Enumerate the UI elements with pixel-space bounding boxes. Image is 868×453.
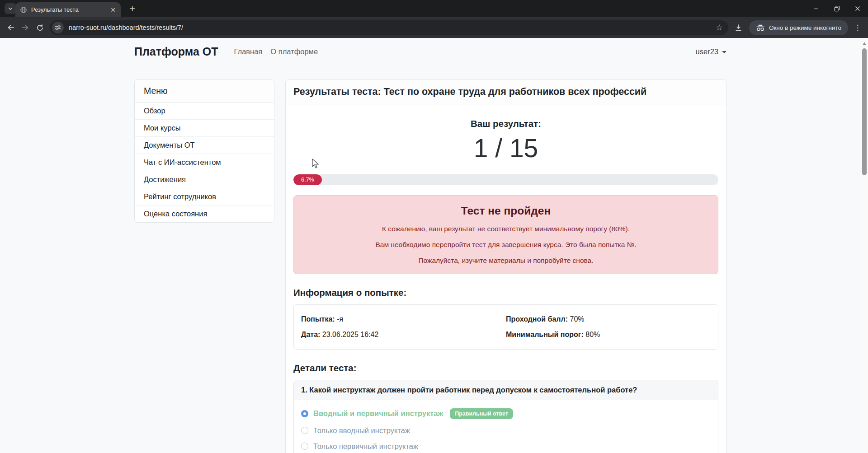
page-viewport: Платформа ОТ Главная О платформе user23 …: [0, 38, 868, 453]
browser-tab[interactable]: Результаты теста ✕: [15, 2, 121, 17]
results-card: Результаты теста: Тест по охране труда д…: [285, 79, 726, 453]
incognito-label: Окно в режиме инкогнито: [769, 24, 841, 31]
nav-link-about[interactable]: О платформе: [266, 44, 322, 60]
tune-icon: [55, 25, 61, 30]
answer-option: Вводный и первичный инструктаж Правильны…: [301, 408, 711, 419]
restore-button[interactable]: [826, 0, 847, 17]
new-tab-button[interactable]: +: [127, 3, 138, 14]
forward-button[interactable]: [18, 20, 33, 35]
brand-link[interactable]: Платформа ОТ: [134, 45, 218, 58]
incognito-badge[interactable]: Окно в режиме инкогнито: [749, 20, 848, 35]
tab-close-icon[interactable]: ✕: [109, 6, 117, 14]
attempt-info-heading: Информация о попытке:: [293, 287, 718, 298]
attempt-field: Минимальный порог: 80%: [506, 331, 711, 339]
score-value: 1 / 15: [293, 134, 718, 163]
tab-title: Результаты теста: [31, 6, 109, 13]
page-scrollbar[interactable]: [861, 38, 868, 453]
progress-fill: 6.7%: [293, 174, 322, 185]
back-button[interactable]: [4, 20, 18, 35]
globe-favicon-icon: [20, 6, 27, 14]
address-bar[interactable]: narro-suot.ru/dashboard/tests/results/7/…: [50, 20, 728, 35]
nav-link-home[interactable]: Главная: [230, 44, 267, 60]
reload-icon: [36, 24, 44, 32]
sidebar-menu: Меню Обзор Мои курсы Документы ОТ Чат с …: [134, 79, 274, 223]
incognito-icon: [756, 24, 765, 31]
chevron-down-icon: [722, 51, 726, 53]
alert-line: К сожалению, ваш результат не соответств…: [305, 225, 707, 233]
test-details-heading: Детали теста:: [293, 363, 718, 374]
chevron-down-icon: [8, 7, 13, 10]
sidebar-item-my-courses[interactable]: Мои курсы: [135, 119, 274, 136]
radio-unselected[interactable]: [301, 443, 308, 450]
scrollbar-up-arrow-icon[interactable]: [863, 42, 866, 45]
alert-line: Пожалуйста, изучите материалы и попробуй…: [305, 257, 707, 265]
score-label: Ваш результат:: [293, 118, 718, 129]
browser-menu-button[interactable]: ⋮: [851, 20, 864, 35]
sidebar-item-ai-chat[interactable]: Чат с ИИ-ассистентом: [135, 154, 274, 171]
browser-window: Результаты теста ✕ +: [0, 0, 868, 453]
attempt-info-card: Попытка: -я Проходной балл: 70% Дата: 23…: [293, 304, 718, 350]
sidebar-item-documents[interactable]: Документы ОТ: [135, 136, 274, 154]
restore-icon: [834, 6, 840, 12]
close-icon: [855, 6, 860, 11]
page-title: Результаты теста: Тест по охране труда д…: [286, 80, 726, 104]
close-window-button[interactable]: [847, 0, 868, 17]
progress-bar: 6.7%: [293, 174, 718, 185]
radio-unselected[interactable]: [301, 427, 308, 434]
username: user23: [696, 47, 718, 56]
sidebar-item-state-assessment[interactable]: Оценка состояния: [135, 205, 274, 222]
minimize-icon: [813, 6, 819, 11]
attempt-field: Проходной балл: 70%: [506, 315, 711, 323]
site-controls-button[interactable]: [52, 22, 64, 33]
bookmark-star-icon[interactable]: ☆: [713, 21, 726, 34]
answer-option: Только первичный инструктаж: [301, 442, 711, 451]
browser-tab-strip: Результаты теста ✕ +: [0, 0, 868, 17]
sidebar-item-achievements[interactable]: Достижения: [135, 171, 274, 188]
minimize-button[interactable]: [806, 0, 826, 17]
attempt-field: Дата: 23.06.2025 16:42: [301, 331, 506, 339]
question-text: 1. Какой инструктаж должен пройти работн…: [294, 380, 718, 400]
answer-option: Только вводный инструктаж: [301, 426, 711, 435]
url-text[interactable]: narro-suot.ru/dashboard/tests/results/7/: [69, 24, 713, 31]
option-label: Только первичный инструктаж: [313, 442, 418, 451]
back-arrow-icon: [7, 24, 15, 31]
reload-button[interactable]: [33, 20, 47, 35]
browser-toolbar: narro-suot.ru/dashboard/tests/results/7/…: [0, 17, 868, 38]
sidebar-item-overview[interactable]: Обзор: [135, 103, 274, 119]
sidebar-title: Меню: [135, 80, 274, 103]
sidebar-item-employee-rating[interactable]: Рейтинг сотрудников: [135, 188, 274, 205]
radio-selected[interactable]: [301, 410, 308, 417]
forward-arrow-icon: [21, 24, 29, 31]
user-dropdown[interactable]: user23: [696, 47, 726, 56]
progress-percent: 6.7%: [301, 177, 314, 183]
alert-line: Вам необходимо перепройти тест для завер…: [305, 241, 707, 249]
downloads-button[interactable]: [731, 20, 746, 35]
scrollbar-thumb[interactable]: [862, 48, 867, 175]
tab-search-button[interactable]: [5, 3, 16, 14]
attempt-field: Попытка: -я: [301, 315, 506, 323]
option-label: Вводный и первичный инструктаж: [313, 409, 443, 418]
question-card: 1. Какой инструктаж должен пройти работн…: [293, 380, 718, 453]
site-header: Платформа ОТ Главная О платформе user23: [0, 38, 861, 65]
option-label: Только вводный инструктаж: [313, 426, 410, 435]
test-failed-alert: Тест не пройден К сожалению, ваш результ…: [293, 195, 718, 274]
window-controls: [806, 0, 868, 17]
download-icon: [735, 24, 742, 32]
main-nav: Главная О платформе: [230, 44, 322, 60]
correct-answer-badge: Правильный ответ: [450, 408, 513, 419]
alert-title: Тест не пройден: [305, 205, 707, 217]
